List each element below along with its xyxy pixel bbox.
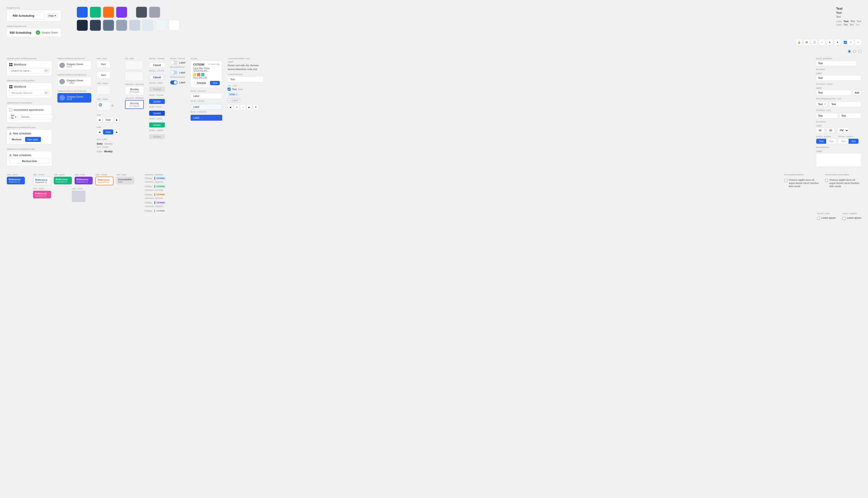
cancel-button[interactable]: Cancel xyxy=(149,62,165,68)
sidebar-unschedules-widget: Unscheduled appointments Ref No. ▾ xyxy=(7,105,52,123)
cal-next-btn-active[interactable]: ▶ xyxy=(114,129,119,135)
list-item-normal[interactable]: Label xyxy=(191,93,222,99)
weekly-row-2: 8:00am CS79291 xyxy=(145,185,166,188)
page-1-btn[interactable]: 1 xyxy=(234,104,239,110)
square-icon[interactable]: □ xyxy=(848,39,854,45)
toggle-tab-inactive-2[interactable]: Text xyxy=(838,139,848,144)
view-btn[interactable]: View xyxy=(210,81,220,85)
time-min-input[interactable] xyxy=(827,128,835,133)
page-prev-btn[interactable]: ◀ xyxy=(228,104,233,110)
checkbox-toolbar[interactable] xyxy=(844,41,847,44)
nsw-tag[interactable]: NSW × xyxy=(228,93,239,96)
list-item-card[interactable]: CS75260 12 hours ago Eight Mile Plains Q… xyxy=(191,61,222,88)
circle-icon[interactable]: ○ xyxy=(855,39,861,45)
header-normal-bar: RBI Scheduling Filter ▾ xyxy=(7,10,61,22)
form-text-text-input2[interactable] xyxy=(839,113,861,118)
form-text-btn-input[interactable] xyxy=(816,90,852,95)
cal-prev-btn[interactable]: ◀ xyxy=(97,117,102,122)
form-nglaline-checkbox[interactable] xyxy=(842,217,845,220)
cal-event-green[interactable]: Reference Inspection ty xyxy=(54,177,72,184)
weekly-event-orange[interactable]: CS79291 xyxy=(154,193,166,196)
list-item-hover[interactable]: Label xyxy=(191,104,222,110)
form-inline-section: forms/f...inline Lorem ipsum xyxy=(817,212,836,221)
unschedules-checkbox[interactable] xyxy=(9,108,12,111)
page-last-btn[interactable]: 8 xyxy=(253,104,258,110)
dropdown-icon-1[interactable]: ▾ xyxy=(827,39,833,45)
form-partial-input[interactable] xyxy=(816,61,857,66)
form-text-input[interactable] xyxy=(816,75,861,81)
cal-next-btn[interactable]: ▶ xyxy=(114,117,119,122)
form-dropdown-select[interactable]: Text xyxy=(816,102,828,107)
cal-event-green-sub: Inspection ty xyxy=(56,181,70,183)
add-label-button[interactable]: + Label xyxy=(228,98,240,103)
form-option-checkbox[interactable] xyxy=(785,179,787,182)
cal-event-violet[interactable]: Reference Inspection ty xyxy=(75,177,93,184)
time-ampm-select[interactable]: PM AM xyxy=(837,128,849,133)
time-hour-input[interactable] xyxy=(816,128,824,133)
update-button[interactable]: Update xyxy=(149,99,165,104)
toggle-tab-active-2[interactable]: Text xyxy=(848,139,858,144)
radio-inactive1[interactable] xyxy=(853,50,856,53)
new-schedules-one-title: New schedules xyxy=(13,154,31,157)
workforce-search-filled[interactable]: ⌘/ xyxy=(9,90,50,95)
layout-icon[interactable]: ⊞ xyxy=(804,39,810,45)
update-hover-button[interactable]: Update xyxy=(149,111,165,116)
weekly-time-4: 8:00am xyxy=(145,201,153,204)
search-input-filled[interactable] xyxy=(11,92,42,94)
switch-hover[interactable] xyxy=(170,70,178,75)
list-item-active[interactable]: Label xyxy=(191,115,222,121)
filter-button[interactable]: Filter ▾ xyxy=(47,13,58,18)
cancel-hover-button[interactable]: Cancel xyxy=(149,75,165,80)
form-dropdown-text-section: forms/dropdown(120) + text Text xyxy=(816,97,861,107)
radio-active[interactable] xyxy=(848,50,851,53)
ref-filter[interactable]: Ref No. ▾ xyxy=(9,114,18,120)
cal-event-normal[interactable]: Reference Inspection ty xyxy=(33,177,51,185)
form-mobile-checkbox[interactable] xyxy=(825,179,828,182)
radio-inactive2[interactable] xyxy=(858,50,861,53)
switch-container: Label btn/switch/hover Label btn/switch/… xyxy=(170,61,185,84)
form-text-text-input1[interactable] xyxy=(816,113,838,118)
switch-active[interactable] xyxy=(170,80,178,84)
swatch-mid xyxy=(103,20,114,31)
ref-search[interactable] xyxy=(19,114,54,119)
weekly-event-violet[interactable]: CS79291 xyxy=(154,201,166,204)
form-textarea-input[interactable] xyxy=(816,153,861,167)
page-next-btn[interactable]: ▶ xyxy=(247,104,252,110)
cal-event-grey[interactable]: Unavailable Note xyxy=(116,177,134,184)
contents-sub-checkbox[interactable] xyxy=(228,88,231,91)
weekly-event-grey[interactable]: CS79291 xyxy=(154,209,166,212)
dropdown-icon-2[interactable]: ▾ xyxy=(834,39,841,45)
form-inline-checkbox[interactable] xyxy=(817,217,820,220)
blockout-time-button[interactable]: Blockout time xyxy=(9,159,50,163)
lock-icon[interactable]: 🔒 xyxy=(796,39,802,45)
form-dropdown-input[interactable] xyxy=(829,102,861,107)
contents-sub-row: Text Text xyxy=(228,88,264,91)
cal-day-name: Monday xyxy=(128,88,141,91)
cal-event-active[interactable]: Reference Inspection ty xyxy=(7,177,25,184)
workforce-search[interactable]: ⌘/ xyxy=(9,68,50,74)
update-green-button[interactable]: Update xyxy=(149,122,165,128)
blockout-button[interactable]: Blockout xyxy=(9,137,24,142)
ref-search-input[interactable] xyxy=(21,116,52,118)
frame-icon[interactable]: ⬜ xyxy=(811,39,818,45)
cal-event-range[interactable]: Reference Inspection ty xyxy=(95,177,114,185)
cal-prev-btn-active[interactable]: ◀ xyxy=(97,129,102,135)
toggle-tab-active[interactable]: Text xyxy=(816,139,826,144)
weekly-event-blue[interactable]: CS79291 xyxy=(154,177,166,180)
weekly-event-green[interactable]: CS79291 xyxy=(154,185,166,188)
workforce-item-distance-card[interactable]: Gregory Green ↑ ~10km xyxy=(57,77,91,86)
toggle-tab-inactive[interactable]: Text xyxy=(826,139,836,144)
workforce-item-distance-section: sidebar/workforce-item/distance Gregory … xyxy=(57,74,91,86)
form-add-button[interactable]: Add xyxy=(853,90,861,95)
workforce-item-normal-card[interactable]: Gregory Green NSW xyxy=(57,61,91,70)
workforce-item-selected-card[interactable]: Gregory Green NSW xyxy=(57,93,91,103)
search-input[interactable] xyxy=(11,69,42,72)
minus-icon[interactable]: − xyxy=(819,39,825,45)
schedule-btn[interactable]: Schedule xyxy=(194,81,209,85)
page-center-btn[interactable]: ○ xyxy=(240,104,246,110)
new-appt-button[interactable]: New appt. xyxy=(25,137,41,142)
cal-event-pink[interactable]: Reference Inspection ty xyxy=(33,191,51,198)
tag-close-icon[interactable]: × xyxy=(236,93,237,96)
switch-normal[interactable] xyxy=(170,61,178,65)
form-text-text-label: forms/text + text xyxy=(816,109,861,112)
